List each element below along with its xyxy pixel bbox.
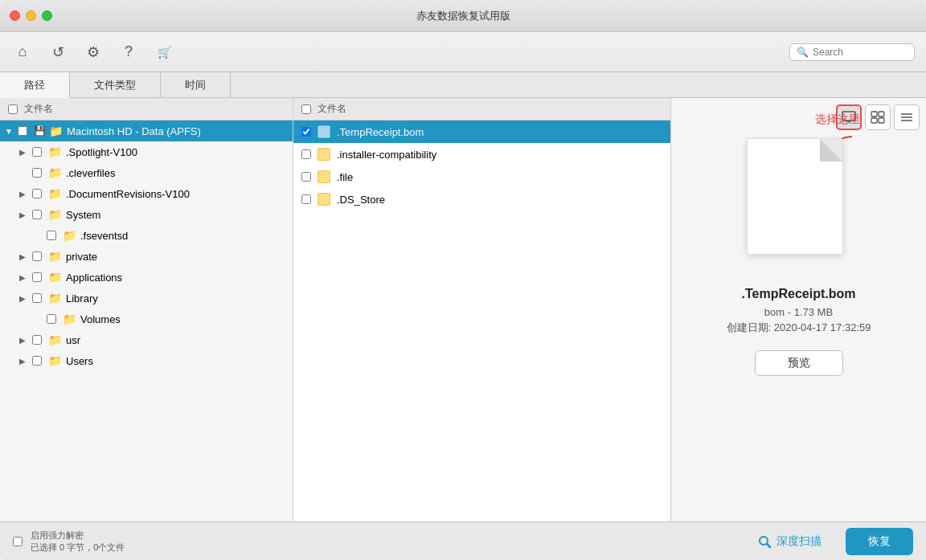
folder-icon-cleverfiles: 📁 [48, 166, 62, 179]
help-icon[interactable]: ? [117, 41, 140, 63]
tab-time[interactable]: 时间 [161, 72, 231, 98]
preview-button[interactable]: 预览 [755, 350, 843, 376]
tree-item-macintosh[interactable]: ▼ 💾 📁 Macintosh HD - Data (APFS) [0, 121, 293, 141]
expand-arrow-system: ▶ [19, 211, 31, 219]
maximize-button[interactable] [42, 10, 52, 21]
minimize-button[interactable] [26, 10, 36, 21]
expand-arrow-users: ▶ [19, 357, 31, 366]
file-cb-installer[interactable] [301, 149, 311, 159]
file-paper-preview [747, 138, 843, 255]
cb-spotlight[interactable] [32, 147, 42, 157]
cb-volumes[interactable] [47, 314, 56, 324]
window-title: 赤友数据恢复试用版 [416, 9, 510, 23]
file-header-checkbox[interactable] [301, 104, 311, 114]
refresh-icon[interactable]: ↺ [47, 41, 69, 63]
decrypt-label: 启用强力解密 [31, 529, 125, 542]
file-row-file[interactable]: .file [293, 166, 670, 188]
cb-users[interactable] [32, 356, 42, 366]
cb-macintosh[interactable] [18, 126, 27, 136]
main-window: 赤友数据恢复试用版 ⌂ ↺ ⚙ ? 🛒 🔍 路径 文件类型 时间 文件名 [0, 0, 926, 560]
file-row-installer[interactable]: .installer-compatibility [293, 143, 670, 166]
tree-item-applications[interactable]: ▶ 📁 Applications [0, 267, 293, 288]
expand-arrow-spotlight: ▶ [19, 148, 31, 157]
file-icon-installer [318, 148, 330, 161]
preview-filename: .TempReceipt.bom [687, 287, 910, 301]
svg-line-12 [767, 544, 770, 547]
preview-panel: 选择这里 .TempRec [671, 98, 926, 521]
tree-item-private[interactable]: ▶ 📁 private [0, 246, 293, 267]
tree-item-cleverfiles[interactable]: 📁 .cleverfiles [0, 162, 293, 183]
strong-decrypt-checkbox[interactable] [13, 537, 23, 546]
deep-scan-button[interactable]: 深度扫描 [757, 534, 822, 549]
annotation-text: 选择这里 [815, 112, 860, 127]
cb-system[interactable] [32, 210, 42, 219]
deep-scan-label: 深度扫描 [776, 534, 822, 549]
file-cb-dsstore[interactable] [301, 194, 311, 204]
tab-filetype[interactable]: 文件类型 [70, 72, 161, 98]
tree-item-fseventsd[interactable]: 📁 .fseventsd [0, 225, 293, 246]
expand-arrow-applications: ▶ [19, 273, 31, 282]
cart-icon[interactable]: 🛒 [153, 41, 175, 63]
title-bar: 赤友数据恢复试用版 [0, 0, 926, 32]
folder-icon-applications: 📁 [48, 271, 62, 284]
cb-applications[interactable] [32, 272, 42, 282]
search-icon: 🔍 [797, 47, 809, 58]
tree-item-docrevisions[interactable]: ▶ 📁 .DocumentRevisions-V100 [0, 183, 293, 204]
tree-item-volumes[interactable]: 📁 Volumes [0, 309, 293, 329]
file-row-tempreceipt[interactable]: .TempReceipt.bom [293, 121, 670, 143]
file-info-section: .TempReceipt.bom bom - 1.73 MB 创建日期: 202… [679, 279, 918, 384]
tree-item-spotlight[interactable]: ▶ 📁 .Spotlight-V100 [0, 141, 293, 162]
folder-icon-private: 📁 [48, 250, 62, 263]
folder-icon-library: 📁 [48, 292, 62, 305]
settings-icon[interactable]: ⚙ [82, 41, 104, 63]
folder-icon-users: 📁 [48, 354, 62, 367]
file-icon-dsstore [318, 193, 330, 206]
tree-item-library[interactable]: ▶ 📁 Library [0, 288, 293, 309]
file-cb-file[interactable] [301, 172, 311, 182]
restore-button[interactable]: 恢复 [846, 528, 913, 555]
expand-arrow-docrevisions: ▶ [19, 190, 31, 198]
file-icon-file [318, 170, 330, 183]
grid-view-button[interactable] [865, 104, 891, 130]
tab-path[interactable]: 路径 [0, 72, 70, 98]
cb-fseventsd[interactable] [47, 231, 56, 240]
expand-arrow-library: ▶ [19, 294, 31, 303]
file-icon-tempreceipt [318, 125, 330, 138]
tree-item-users[interactable]: ▶ 📁 Users [0, 350, 293, 371]
folder-icon-spotlight: 📁 [48, 145, 62, 158]
cb-library[interactable] [32, 293, 42, 303]
close-button[interactable] [10, 10, 20, 21]
svg-rect-3 [871, 112, 877, 116]
sidebar: 文件名 ▼ 💾 📁 Macintosh HD - Data (APFS) ▶ 📁… [0, 98, 293, 521]
toolbar: ⌂ ↺ ⚙ ? 🛒 🔍 [0, 32, 926, 72]
file-cb-tempreceipt[interactable] [301, 127, 311, 137]
main-content: 文件名 ▼ 💾 📁 Macintosh HD - Data (APFS) ▶ 📁… [0, 98, 926, 521]
svg-rect-5 [871, 118, 877, 123]
preview-filetype: bom - 1.73 MB [687, 306, 910, 318]
folder-icon-system: 📁 [48, 208, 62, 221]
tree-header-checkbox[interactable] [8, 104, 18, 114]
folder-icon-volumes: 📁 [63, 313, 76, 325]
disk-icon: 💾 [34, 125, 46, 137]
svg-rect-4 [879, 112, 884, 116]
cb-docrevisions[interactable] [32, 189, 42, 198]
home-icon[interactable]: ⌂ [11, 41, 34, 63]
file-preview-container: .TempReceipt.bom bom - 1.73 MB 创建日期: 202… [679, 138, 918, 384]
expand-arrow-private: ▶ [19, 252, 31, 261]
tree-item-usr[interactable]: ▶ 📁 usr [0, 329, 293, 350]
cb-usr[interactable] [32, 335, 42, 345]
deep-scan-icon [757, 534, 772, 549]
folder-icon-docrevisions: 📁 [48, 187, 62, 200]
cb-cleverfiles[interactable] [32, 168, 42, 178]
list-view-button[interactable] [894, 104, 920, 130]
search-input[interactable] [813, 47, 909, 58]
cb-private[interactable] [32, 251, 42, 261]
tree-item-system[interactable]: ▶ 📁 System [0, 204, 293, 225]
folder-icon-fseventsd: 📁 [63, 229, 76, 242]
list-view-icon [899, 111, 914, 124]
expand-arrow-usr: ▶ [19, 336, 31, 345]
file-preview-icon [747, 138, 851, 263]
file-row-dsstore[interactable]: .DS_Store [293, 188, 670, 211]
search-box: 🔍 [789, 43, 915, 61]
tree-header: 文件名 [0, 98, 293, 121]
